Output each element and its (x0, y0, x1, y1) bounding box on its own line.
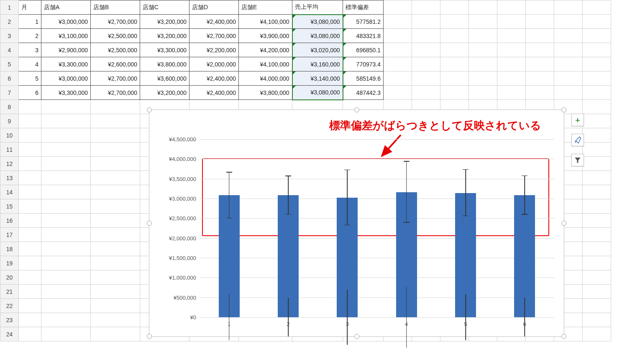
cell[interactable]: ¥2,400,000 (189, 71, 239, 86)
cell[interactable]: ¥4,000,000 (239, 71, 292, 86)
cell[interactable] (91, 114, 140, 128)
embedded-chart[interactable]: 標準偏差がばらつきとして反映されている ¥0 ¥500,000 ¥1,000,0… (149, 109, 564, 337)
cell[interactable] (583, 29, 611, 43)
row-header[interactable]: 2 (0, 15, 19, 29)
cell[interactable] (469, 29, 497, 43)
cell[interactable] (583, 171, 611, 185)
cell[interactable]: ¥3,900,000 (239, 29, 292, 43)
cell[interactable]: ¥2,700,000 (91, 15, 140, 29)
row-header[interactable]: 5 (0, 57, 19, 71)
cell[interactable]: ¥3,140,000 (292, 71, 343, 86)
cell[interactable]: 696850.1 (343, 43, 384, 57)
row-header[interactable]: 24 (0, 327, 19, 341)
cell[interactable]: ¥3,200,000 (140, 15, 189, 29)
resize-handle[interactable] (147, 334, 152, 339)
cell[interactable]: ¥3,080,000 (292, 29, 343, 43)
cell[interactable] (19, 256, 41, 270)
cell[interactable]: 6 (19, 86, 41, 100)
cell[interactable] (19, 214, 41, 228)
cell[interactable] (469, 0, 497, 15)
cell[interactable] (583, 214, 611, 228)
cell[interactable] (554, 71, 583, 86)
cell[interactable] (91, 228, 140, 242)
row-header[interactable]: 8 (0, 100, 19, 114)
cell[interactable] (469, 15, 497, 29)
resize-handle[interactable] (561, 221, 566, 226)
cell[interactable] (412, 86, 440, 100)
cell[interactable]: 店舗D (189, 0, 239, 15)
row-header[interactable]: 17 (0, 228, 19, 242)
cell[interactable] (41, 128, 91, 143)
cell[interactable] (384, 57, 412, 71)
cell[interactable] (583, 86, 611, 100)
cell[interactable] (19, 313, 41, 327)
cell[interactable] (583, 114, 611, 128)
cell[interactable]: 4 (19, 57, 41, 71)
cell[interactable]: ¥2,000,000 (189, 57, 239, 71)
cell[interactable] (554, 0, 583, 15)
cell[interactable]: ¥2,900,000 (41, 43, 91, 57)
cell[interactable] (91, 143, 140, 157)
cell[interactable]: 487442.3 (343, 86, 384, 100)
cell[interactable] (583, 270, 611, 285)
cell[interactable] (41, 285, 91, 299)
cell[interactable] (497, 0, 526, 15)
cell[interactable] (19, 114, 41, 128)
row-header[interactable]: 21 (0, 285, 19, 299)
cell[interactable]: ¥3,080,000 (292, 15, 343, 29)
row-header[interactable]: 16 (0, 214, 19, 228)
cell[interactable] (19, 100, 41, 114)
cell[interactable]: ¥2,700,000 (91, 71, 140, 86)
cell[interactable] (554, 57, 583, 71)
cell[interactable] (91, 285, 140, 299)
cell[interactable] (497, 86, 526, 100)
cell[interactable]: ¥2,600,000 (91, 57, 140, 71)
cell[interactable]: ¥3,300,000 (140, 43, 189, 57)
resize-handle[interactable] (354, 334, 359, 339)
cell[interactable]: ¥2,500,000 (91, 29, 140, 43)
cell[interactable] (412, 57, 440, 71)
cell[interactable] (19, 270, 41, 285)
cell[interactable]: ¥3,200,000 (140, 29, 189, 43)
cell[interactable] (19, 199, 41, 214)
cell[interactable]: ¥3,000,000 (41, 71, 91, 86)
row-header[interactable]: 4 (0, 43, 19, 57)
cell[interactable]: ¥3,200,000 (140, 86, 189, 100)
cell[interactable] (497, 71, 526, 86)
row-header[interactable]: 12 (0, 157, 19, 171)
cell[interactable] (91, 199, 140, 214)
chart-elements-button[interactable]: ＋ (571, 114, 584, 126)
cell[interactable]: ¥3,800,000 (140, 57, 189, 71)
cell[interactable]: 売上平均 (292, 0, 343, 15)
cell[interactable] (440, 29, 469, 43)
cell[interactable]: 2 (19, 29, 41, 43)
cell[interactable] (469, 43, 497, 57)
cell[interactable]: 標準偏差 (343, 0, 384, 15)
cell[interactable] (19, 143, 41, 157)
cell[interactable] (41, 313, 91, 327)
cell[interactable] (41, 143, 91, 157)
cell[interactable] (19, 157, 41, 171)
cell[interactable]: ¥2,200,000 (189, 43, 239, 57)
cell[interactable] (554, 86, 583, 100)
resize-handle[interactable] (354, 107, 359, 112)
cell[interactable] (19, 228, 41, 242)
cell[interactable] (469, 57, 497, 71)
cell[interactable] (41, 185, 91, 199)
row-header[interactable]: 23 (0, 313, 19, 327)
resize-handle[interactable] (147, 107, 152, 112)
cell[interactable] (440, 71, 469, 86)
cell[interactable]: ¥3,600,000 (140, 71, 189, 86)
cell[interactable] (91, 299, 140, 313)
cell[interactable]: ¥3,800,000 (239, 86, 292, 100)
cell[interactable]: ¥2,400,000 (189, 86, 239, 100)
cell[interactable] (583, 185, 611, 199)
cell[interactable] (583, 256, 611, 270)
cell[interactable]: ¥2,500,000 (91, 43, 140, 57)
cell[interactable] (554, 29, 583, 43)
cell[interactable] (526, 0, 554, 15)
row-header[interactable]: 11 (0, 143, 19, 157)
cell[interactable] (526, 15, 554, 29)
cell[interactable]: ¥3,080,000 (292, 86, 343, 100)
row-header[interactable]: 13 (0, 171, 19, 185)
